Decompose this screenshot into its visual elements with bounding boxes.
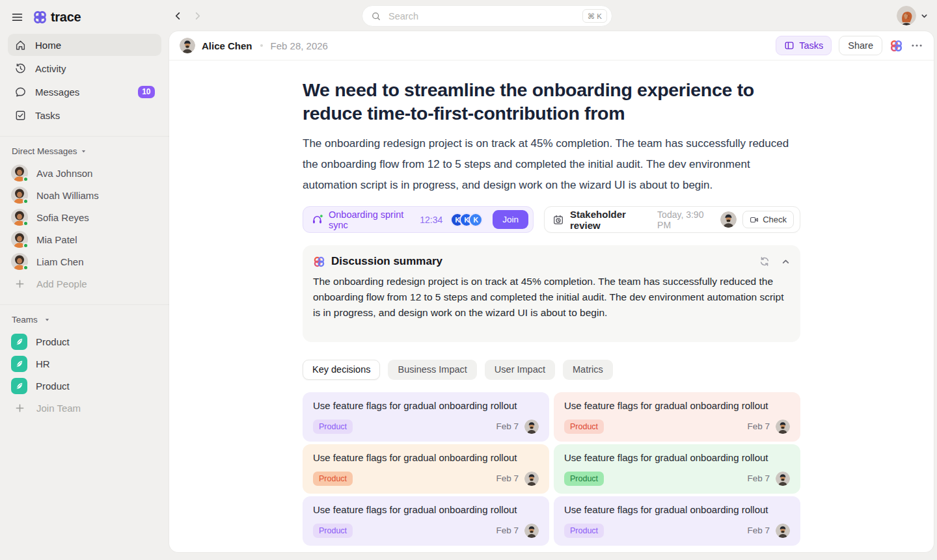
app-logo[interactable]: trace [33,10,81,25]
back-button[interactable] [173,11,183,21]
event-avatar [720,211,737,228]
document-header: Alice Chen Feb 28, 2026 Tasks Share [169,31,934,60]
event-time: Today, 3:90 PM [657,209,714,230]
avatar [11,209,28,226]
refresh-button[interactable] [759,256,770,267]
tag-badge: Product [564,420,604,434]
sidebar-item-activity[interactable]: Activity [8,57,161,79]
chevron-down-icon [921,12,928,20]
sidebar-item-messages[interactable]: Messages 10 [8,81,161,103]
dm-name: Noah Williams [36,190,99,201]
menu-icon[interactable] [11,11,23,23]
document-body: We need to streamline the onboarding exp… [169,60,934,552]
dm-item[interactable]: Ava Johnson [0,162,169,184]
decision-card-title: Use feature flags for gradual onboarding… [313,452,539,463]
dm-item[interactable]: Noah Williams [0,184,169,206]
team-item[interactable]: HR [0,353,169,375]
add-people-label: Add People [36,278,87,289]
tag-badge: Product [564,472,604,486]
app-name: trace [51,10,81,25]
avatar [776,472,790,486]
plus-icon [11,279,28,289]
sidebar: trace Home Activity Messages 10 Tasks Di… [0,0,169,560]
tasks-button-label: Tasks [799,40,823,51]
document-actions: Tasks Share [776,36,923,55]
team-name: Product [36,380,70,392]
meeting-duration: 12:34 [420,215,442,225]
chevron-up-icon [781,258,790,266]
teams-section-header[interactable]: Teams [0,313,169,330]
ai-assistant-icon[interactable] [889,39,903,53]
tag-badge: Product [313,420,353,434]
dm-item[interactable]: Mia Patel [0,228,169,250]
collapse-button[interactable] [781,258,790,266]
home-icon [14,39,27,51]
team-item[interactable]: Product [0,330,169,353]
tab-key-decisions[interactable]: Key decisions [303,360,380,380]
decision-card-title: Use feature flags for gradual onboarding… [564,504,790,515]
tag-badge: Product [313,524,353,538]
chevron-down-icon [44,317,50,323]
share-button[interactable]: Share [839,36,882,55]
summary-body: The onboarding redesign project is on tr… [313,274,790,321]
nav-label: Messages [35,87,79,98]
decision-card[interactable]: Use feature flags for gradual onboarding… [303,392,549,442]
dm-item[interactable]: Sofia Reyes [0,206,169,228]
avatar [524,524,539,538]
video-icon [750,215,759,224]
live-meeting-card[interactable]: Onboarding sprint sync 12:34 KKK Join [303,206,534,233]
decision-card-title: Use feature flags for gradual onboarding… [313,400,539,411]
event-card[interactable]: Stakeholder review Today, 3:90 PM Check [544,206,800,233]
add-people-button[interactable]: Add People [0,273,169,295]
decision-card[interactable]: Use feature flags for gradual onboarding… [303,496,549,546]
team-item[interactable]: Product [0,375,169,397]
decision-card-title: Use feature flags for gradual onboarding… [313,504,539,515]
decision-card-date: Feb 7 [496,421,519,431]
participant-avatars: KKK [450,213,483,227]
tasks-icon [14,109,27,122]
participant-avatar: K [468,213,483,227]
tab-business-impact[interactable]: Business Impact [388,360,476,380]
page-title: We need to streamline the onboarding exp… [303,78,800,125]
sidebar-item-tasks[interactable]: Tasks [8,104,161,126]
join-team-button[interactable]: Join Team [0,397,169,419]
refresh-icon [759,256,770,267]
unread-badge: 10 [138,86,155,98]
tab-user-impact[interactable]: User Impact [485,360,555,380]
intro-paragraph: The onboarding redesign project is on tr… [303,133,800,196]
account-menu[interactable] [897,0,928,31]
sidebar-item-home[interactable]: Home [8,34,161,56]
dm-section-header[interactable]: Direct Messages [0,145,169,162]
sidebar-header: trace [0,0,169,34]
avatar [11,253,28,270]
dm-name: Mia Patel [36,234,77,245]
search-bar[interactable]: ⌘ K [362,5,612,27]
join-button[interactable]: Join [493,210,528,229]
decision-card[interactable]: Use feature flags for gradual onboarding… [554,444,800,494]
avatar [524,420,539,434]
tab-matrics[interactable]: Matrics [563,360,613,380]
more-options-button[interactable] [910,39,923,52]
avatar [776,524,790,538]
avatar [897,6,916,25]
team-name: HR [36,358,50,369]
search-input[interactable] [387,10,577,22]
nav-label: Home [35,40,61,51]
tasks-panel-button[interactable]: Tasks [776,36,832,55]
dm-name: Liam Chen [36,256,84,267]
decision-card[interactable]: Use feature flags for gradual onboarding… [303,444,549,494]
decision-card-date: Feb 7 [496,473,519,483]
forward-button[interactable] [193,11,202,21]
tag-badge: Product [564,524,604,538]
join-team-label: Join Team [36,403,81,414]
avatar [11,187,28,204]
search-icon [371,11,381,21]
dm-item[interactable]: Liam Chen [0,250,169,273]
check-button[interactable]: Check [742,211,794,228]
decision-card[interactable]: Use feature flags for gradual onboarding… [554,496,800,546]
online-status-dot [23,176,29,182]
feather-icon [11,378,27,394]
decision-card[interactable]: Use feature flags for gradual onboarding… [554,392,800,442]
ellipsis-icon [910,39,923,52]
team-list: Product HR Product [0,330,169,397]
